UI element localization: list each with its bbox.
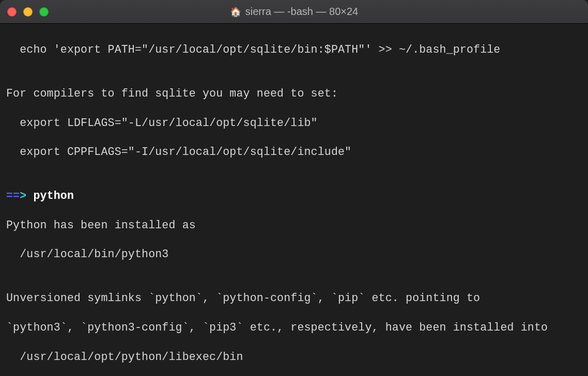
terminal-line: /usr/local/bin/python3 <box>6 247 582 261</box>
caveats-arrow-icon: > <box>20 190 33 202</box>
terminal-line: export CPPFLAGS="-I/usr/local/opt/sqlite… <box>6 145 582 159</box>
terminal-line: For compilers to find sqlite you may nee… <box>6 86 582 101</box>
terminal-line: `python3`, `python3-config`, `pip3` etc.… <box>6 320 582 335</box>
traffic-lights <box>7 7 49 17</box>
terminal-line: Unversioned symlinks `python`, `python-c… <box>6 291 582 305</box>
close-window-button[interactable] <box>7 7 17 17</box>
terminal-line: export LDFLAGS="-L/usr/local/opt/sqlite/… <box>6 116 582 130</box>
terminal-line: echo 'export PATH="/usr/local/opt/sqlite… <box>6 42 582 57</box>
terminal-line: /usr/local/opt/python/libexec/bin <box>6 350 582 364</box>
terminal-line: ==> python <box>6 189 582 203</box>
minimize-window-button[interactable] <box>23 7 33 17</box>
home-folder-icon: 🏠 <box>230 6 241 18</box>
package-name: python <box>33 190 74 202</box>
maximize-window-button[interactable] <box>39 7 49 17</box>
window-title: 🏠 sierra — -bash — 80×24 <box>230 6 358 18</box>
window-titlebar: 🏠 sierra — -bash — 80×24 <box>0 0 588 24</box>
caveats-arrow-icon: == <box>6 190 20 202</box>
terminal-line: Python has been installed as <box>6 218 582 232</box>
terminal-output[interactable]: echo 'export PATH="/usr/local/opt/sqlite… <box>0 24 588 376</box>
window-title-text: sierra — -bash — 80×24 <box>245 6 358 18</box>
